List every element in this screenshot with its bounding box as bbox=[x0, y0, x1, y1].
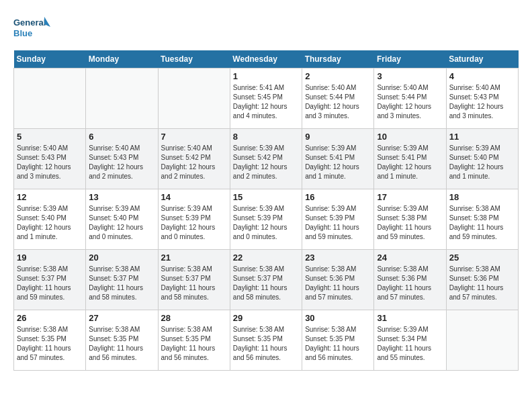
week-row-2: 5Sunrise: 5:40 AMSunset: 5:43 PMDaylight… bbox=[14, 129, 519, 189]
weekday-header-tuesday: Tuesday bbox=[158, 50, 230, 68]
weekday-header-sunday: Sunday bbox=[14, 50, 86, 68]
day-cell: 5Sunrise: 5:40 AMSunset: 5:43 PMDaylight… bbox=[14, 129, 86, 189]
day-number: 21 bbox=[161, 253, 227, 263]
page-header: General Blue bbox=[13, 13, 519, 44]
day-cell: 27Sunrise: 5:38 AMSunset: 5:35 PMDayligh… bbox=[86, 310, 158, 371]
day-cell: 24Sunrise: 5:38 AMSunset: 5:36 PMDayligh… bbox=[374, 250, 446, 310]
day-cell: 19Sunrise: 5:38 AMSunset: 5:37 PMDayligh… bbox=[14, 250, 86, 310]
day-number: 13 bbox=[89, 192, 154, 202]
day-number: 11 bbox=[449, 132, 515, 142]
weekday-header-thursday: Thursday bbox=[302, 50, 374, 68]
day-cell: 17Sunrise: 5:39 AMSunset: 5:38 PMDayligh… bbox=[374, 189, 446, 250]
day-number: 29 bbox=[233, 313, 299, 323]
day-info: Sunrise: 5:40 AMSunset: 5:44 PMDaylight:… bbox=[377, 83, 443, 121]
day-info: Sunrise: 5:38 AMSunset: 5:35 PMDaylight:… bbox=[17, 325, 83, 363]
svg-text:General: General bbox=[13, 17, 46, 28]
day-info: Sunrise: 5:38 AMSunset: 5:37 PMDaylight:… bbox=[233, 265, 299, 302]
day-cell: 29Sunrise: 5:38 AMSunset: 5:35 PMDayligh… bbox=[230, 310, 302, 371]
day-number: 2 bbox=[305, 71, 371, 81]
day-cell bbox=[14, 68, 86, 129]
day-cell: 15Sunrise: 5:39 AMSunset: 5:39 PMDayligh… bbox=[230, 189, 302, 250]
day-number: 12 bbox=[17, 192, 83, 202]
day-info: Sunrise: 5:40 AMSunset: 5:43 PMDaylight:… bbox=[449, 83, 515, 121]
day-cell: 20Sunrise: 5:38 AMSunset: 5:37 PMDayligh… bbox=[86, 250, 158, 310]
day-number: 8 bbox=[233, 132, 299, 142]
day-info: Sunrise: 5:39 AMSunset: 5:41 PMDaylight:… bbox=[377, 144, 443, 181]
day-info: Sunrise: 5:39 AMSunset: 5:42 PMDaylight:… bbox=[233, 144, 299, 181]
day-cell: 14Sunrise: 5:39 AMSunset: 5:39 PMDayligh… bbox=[158, 189, 230, 250]
day-number: 18 bbox=[449, 192, 515, 202]
day-info: Sunrise: 5:38 AMSunset: 5:35 PMDaylight:… bbox=[305, 325, 371, 363]
day-number: 1 bbox=[233, 71, 299, 81]
day-info: Sunrise: 5:38 AMSunset: 5:36 PMDaylight:… bbox=[377, 265, 443, 302]
day-number: 23 bbox=[305, 253, 371, 263]
day-number: 24 bbox=[377, 253, 443, 263]
day-cell bbox=[158, 68, 230, 129]
day-number: 26 bbox=[17, 313, 83, 323]
day-cell: 25Sunrise: 5:38 AMSunset: 5:36 PMDayligh… bbox=[446, 250, 518, 310]
weekday-header-wednesday: Wednesday bbox=[230, 50, 302, 68]
day-cell bbox=[446, 310, 518, 371]
week-row-1: 1Sunrise: 5:41 AMSunset: 5:45 PMDaylight… bbox=[14, 68, 519, 129]
day-cell: 26Sunrise: 5:38 AMSunset: 5:35 PMDayligh… bbox=[14, 310, 86, 371]
day-info: Sunrise: 5:38 AMSunset: 5:37 PMDaylight:… bbox=[89, 265, 154, 302]
day-number: 28 bbox=[161, 313, 227, 323]
day-number: 3 bbox=[377, 71, 443, 81]
day-info: Sunrise: 5:38 AMSunset: 5:37 PMDaylight:… bbox=[161, 265, 227, 302]
day-info: Sunrise: 5:39 AMSunset: 5:40 PMDaylight:… bbox=[17, 204, 83, 242]
day-info: Sunrise: 5:39 AMSunset: 5:34 PMDaylight:… bbox=[377, 325, 443, 363]
day-info: Sunrise: 5:38 AMSunset: 5:35 PMDaylight:… bbox=[89, 325, 154, 363]
day-info: Sunrise: 5:40 AMSunset: 5:43 PMDaylight:… bbox=[17, 144, 83, 181]
weekday-header-friday: Friday bbox=[374, 50, 446, 68]
day-info: Sunrise: 5:39 AMSunset: 5:41 PMDaylight:… bbox=[305, 144, 371, 181]
day-cell bbox=[86, 68, 158, 129]
day-number: 27 bbox=[89, 313, 154, 323]
day-number: 16 bbox=[305, 192, 371, 202]
day-cell: 31Sunrise: 5:39 AMSunset: 5:34 PMDayligh… bbox=[374, 310, 446, 371]
day-cell: 2Sunrise: 5:40 AMSunset: 5:44 PMDaylight… bbox=[302, 68, 374, 129]
day-cell: 9Sunrise: 5:39 AMSunset: 5:41 PMDaylight… bbox=[302, 129, 374, 189]
weekday-header-row: SundayMondayTuesdayWednesdayThursdayFrid… bbox=[14, 50, 519, 68]
day-cell: 16Sunrise: 5:39 AMSunset: 5:39 PMDayligh… bbox=[302, 189, 374, 250]
day-info: Sunrise: 5:38 AMSunset: 5:37 PMDaylight:… bbox=[17, 265, 83, 302]
day-number: 30 bbox=[305, 313, 371, 323]
day-info: Sunrise: 5:38 AMSunset: 5:36 PMDaylight:… bbox=[305, 265, 371, 302]
day-cell: 8Sunrise: 5:39 AMSunset: 5:42 PMDaylight… bbox=[230, 129, 302, 189]
day-info: Sunrise: 5:38 AMSunset: 5:38 PMDaylight:… bbox=[449, 204, 515, 242]
calendar-table: SundayMondayTuesdayWednesdayThursdayFrid… bbox=[13, 50, 519, 371]
day-cell: 12Sunrise: 5:39 AMSunset: 5:40 PMDayligh… bbox=[14, 189, 86, 250]
day-cell: 13Sunrise: 5:39 AMSunset: 5:40 PMDayligh… bbox=[86, 189, 158, 250]
day-info: Sunrise: 5:39 AMSunset: 5:40 PMDaylight:… bbox=[89, 204, 154, 242]
day-number: 19 bbox=[17, 253, 83, 263]
day-info: Sunrise: 5:41 AMSunset: 5:45 PMDaylight:… bbox=[233, 83, 299, 121]
weekday-header-saturday: Saturday bbox=[446, 50, 518, 68]
day-info: Sunrise: 5:40 AMSunset: 5:43 PMDaylight:… bbox=[89, 144, 154, 181]
day-info: Sunrise: 5:39 AMSunset: 5:39 PMDaylight:… bbox=[233, 204, 299, 242]
day-cell: 30Sunrise: 5:38 AMSunset: 5:35 PMDayligh… bbox=[302, 310, 374, 371]
day-cell: 23Sunrise: 5:38 AMSunset: 5:36 PMDayligh… bbox=[302, 250, 374, 310]
day-info: Sunrise: 5:38 AMSunset: 5:35 PMDaylight:… bbox=[161, 325, 227, 363]
day-cell: 21Sunrise: 5:38 AMSunset: 5:37 PMDayligh… bbox=[158, 250, 230, 310]
day-number: 6 bbox=[89, 132, 154, 142]
day-number: 22 bbox=[233, 253, 299, 263]
day-number: 7 bbox=[161, 132, 227, 142]
day-cell: 10Sunrise: 5:39 AMSunset: 5:41 PMDayligh… bbox=[374, 129, 446, 189]
day-cell: 7Sunrise: 5:40 AMSunset: 5:42 PMDaylight… bbox=[158, 129, 230, 189]
day-cell: 3Sunrise: 5:40 AMSunset: 5:44 PMDaylight… bbox=[374, 68, 446, 129]
day-number: 14 bbox=[161, 192, 227, 202]
day-cell: 18Sunrise: 5:38 AMSunset: 5:38 PMDayligh… bbox=[446, 189, 518, 250]
day-cell: 28Sunrise: 5:38 AMSunset: 5:35 PMDayligh… bbox=[158, 310, 230, 371]
logo: General Blue bbox=[13, 13, 50, 44]
day-number: 4 bbox=[449, 71, 515, 81]
day-cell: 1Sunrise: 5:41 AMSunset: 5:45 PMDaylight… bbox=[230, 68, 302, 129]
svg-text:Blue: Blue bbox=[13, 28, 32, 38]
day-info: Sunrise: 5:39 AMSunset: 5:40 PMDaylight:… bbox=[449, 144, 515, 181]
day-number: 20 bbox=[89, 253, 154, 263]
day-cell: 4Sunrise: 5:40 AMSunset: 5:43 PMDaylight… bbox=[446, 68, 518, 129]
day-info: Sunrise: 5:40 AMSunset: 5:44 PMDaylight:… bbox=[305, 83, 371, 121]
day-number: 25 bbox=[449, 253, 515, 263]
day-number: 15 bbox=[233, 192, 299, 202]
weekday-header-monday: Monday bbox=[86, 50, 158, 68]
day-cell: 6Sunrise: 5:40 AMSunset: 5:43 PMDaylight… bbox=[86, 129, 158, 189]
day-cell: 11Sunrise: 5:39 AMSunset: 5:40 PMDayligh… bbox=[446, 129, 518, 189]
